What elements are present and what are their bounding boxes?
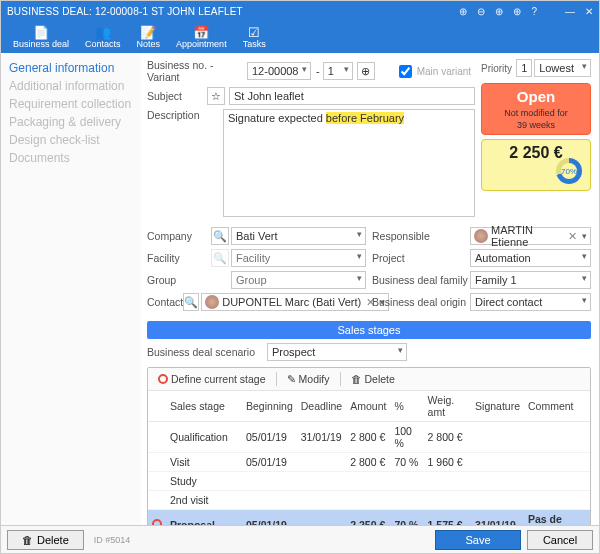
sidenav-item[interactable]: Requirement collection xyxy=(9,95,133,113)
label-priority: Priority xyxy=(481,63,512,74)
stages-card: Define current stage ✎Modify 🗑Delete Sal… xyxy=(147,367,591,525)
nav-first-icon[interactable]: ⊕ xyxy=(459,6,467,17)
contact-avatar-icon xyxy=(205,295,219,309)
status-note1: Not modified for xyxy=(484,108,588,118)
favorite-star-icon[interactable]: ☆ xyxy=(207,87,225,105)
trash-icon: 🗑 xyxy=(22,534,33,546)
label-responsible: Responsible xyxy=(372,230,470,242)
toolbar-notes[interactable]: 📝Notes xyxy=(129,21,169,53)
company-input[interactable] xyxy=(231,227,366,245)
appointment-icon: 📅 xyxy=(193,26,209,39)
notes-icon: 📝 xyxy=(140,26,156,39)
stages-table: Sales stage Beginning Deadline Amount % … xyxy=(148,391,590,525)
toolbar-business-deal[interactable]: 📄Business deal xyxy=(5,21,77,53)
responsible-avatar-icon xyxy=(474,229,488,243)
contact-search-icon[interactable]: 🔍 xyxy=(183,293,199,311)
contact-name: DUPONTEL Marc (Bati Vert) xyxy=(222,296,361,308)
sidenav-item[interactable]: Design check-list xyxy=(9,131,133,149)
stages-toolbar: Define current stage ✎Modify 🗑Delete xyxy=(148,368,590,391)
facility-input[interactable] xyxy=(231,249,366,267)
subject-input[interactable] xyxy=(229,87,475,105)
description-textarea[interactable]: Signature expected before February xyxy=(223,109,475,217)
label-business-no: Business no. - Variant xyxy=(147,59,247,83)
main-panel: Business no. - Variant - ⊕ Main va xyxy=(141,53,599,525)
label-family: Business deal family xyxy=(372,274,470,286)
label-project: Project xyxy=(372,252,470,264)
priority-select[interactable] xyxy=(534,59,591,77)
cancel-button[interactable]: Cancel xyxy=(527,530,593,550)
table-row[interactable]: Study xyxy=(148,472,590,491)
table-row[interactable]: Proposal 05/01/19 2 250 € 70 % 1 575 € 3… xyxy=(148,510,590,526)
label-description: Description xyxy=(147,109,223,121)
app-window: BUSINESS DEAL: 12-00008-1 ST JOHN LEAFLE… xyxy=(0,0,600,554)
help-icon[interactable]: ? xyxy=(531,6,537,17)
priority-num[interactable] xyxy=(516,59,532,77)
table-row[interactable]: Visit 05/01/19 2 800 € 70 % 1 960 € xyxy=(148,453,590,472)
label-facility: Facility xyxy=(147,252,211,264)
variant-input[interactable] xyxy=(323,62,353,80)
delete-button[interactable]: 🗑Delete xyxy=(7,530,84,550)
bottom-bar: 🗑Delete ID #5014 Save Cancel xyxy=(1,525,599,553)
responsible-clear-icon[interactable]: ✕ xyxy=(566,230,579,243)
scenario-select[interactable] xyxy=(267,343,407,361)
label-origin: Business deal origin xyxy=(372,296,470,308)
business-no-input[interactable] xyxy=(247,62,311,80)
label-contact: Contact xyxy=(147,296,183,308)
progress-donut-icon: 70% xyxy=(556,158,582,184)
contact-chip[interactable]: DUPONTEL Marc (Bati Vert) ✕ ▾ xyxy=(201,293,389,311)
label-group: Group xyxy=(147,274,211,286)
tasks-icon: ☑ xyxy=(248,26,260,39)
window-controls: ⊕ ⊖ ⊕ ⊕ ? — ✕ xyxy=(459,6,593,17)
table-header-row: Sales stage Beginning Deadline Amount % … xyxy=(148,391,590,422)
project-select[interactable] xyxy=(470,249,591,267)
facility-search-icon[interactable]: 🔍 xyxy=(211,249,229,267)
label-subject: Subject xyxy=(147,90,207,102)
save-button[interactable]: Save xyxy=(435,530,521,550)
group-input[interactable] xyxy=(231,271,366,289)
family-select[interactable] xyxy=(470,271,591,289)
modify-button[interactable]: ✎Modify xyxy=(281,371,336,387)
label-scenario: Business deal scenario xyxy=(147,346,267,358)
toolbar-tasks[interactable]: ☑Tasks xyxy=(235,21,274,53)
business-deal-icon: 📄 xyxy=(33,26,49,39)
main-variant-label: Main variant xyxy=(417,66,471,77)
add-variant-button[interactable]: ⊕ xyxy=(357,62,375,80)
delete-stage-button[interactable]: 🗑Delete xyxy=(345,371,401,387)
nav-last-icon[interactable]: ⊕ xyxy=(513,6,521,17)
status-note2: 39 weeks xyxy=(484,120,588,130)
sales-stages-header: Sales stages xyxy=(147,321,591,339)
responsible-name: MARTIN Etienne xyxy=(491,224,563,248)
toolbar-contacts[interactable]: 👥Contacts xyxy=(77,21,129,53)
label-company: Company xyxy=(147,230,211,242)
trash-icon: 🗑 xyxy=(351,373,362,385)
main-toolbar: 📄Business deal👥Contacts📝Notes📅Appointmen… xyxy=(1,21,599,53)
body: General informationAdditional informatio… xyxy=(1,53,599,525)
status-state: Open xyxy=(484,88,588,106)
nav-prev-icon[interactable]: ⊖ xyxy=(477,6,485,17)
amount-card: 2 250 € 70% xyxy=(481,139,591,191)
title-bar: BUSINESS DEAL: 12-00008-1 ST JOHN LEAFLE… xyxy=(1,1,599,21)
origin-select[interactable] xyxy=(470,293,591,311)
window-title: BUSINESS DEAL: 12-00008-1 ST JOHN LEAFLE… xyxy=(7,6,459,17)
sidenav-item[interactable]: Additional information xyxy=(9,77,133,95)
sidenav-item[interactable]: Documents xyxy=(9,149,133,167)
record-id: ID #5014 xyxy=(94,535,131,545)
responsible-chip[interactable]: MARTIN Etienne ✕ ▾ xyxy=(470,227,591,245)
sidenav-item[interactable]: General information xyxy=(9,59,133,77)
toolbar-appointment[interactable]: 📅Appointment xyxy=(168,21,235,53)
main-scroll[interactable]: Business no. - Variant - ⊕ Main va xyxy=(141,53,599,525)
contacts-icon: 👥 xyxy=(95,26,111,39)
table-row[interactable]: Qualification 05/01/19 31/01/19 2 800 € … xyxy=(148,422,590,453)
pencil-icon: ✎ xyxy=(287,373,296,385)
minimize-icon[interactable]: — xyxy=(565,6,575,17)
main-variant-checkbox[interactable] xyxy=(399,65,412,78)
close-icon[interactable]: ✕ xyxy=(585,6,593,17)
company-search-icon[interactable]: 🔍 xyxy=(211,227,229,245)
nav-next-icon[interactable]: ⊕ xyxy=(495,6,503,17)
define-stage-button[interactable]: Define current stage xyxy=(152,371,272,387)
sidenav-item[interactable]: Packaging & delivery xyxy=(9,113,133,131)
side-nav: General informationAdditional informatio… xyxy=(1,53,141,525)
table-row[interactable]: 2nd visit xyxy=(148,491,590,510)
status-card: Open Not modified for 39 weeks xyxy=(481,83,591,135)
